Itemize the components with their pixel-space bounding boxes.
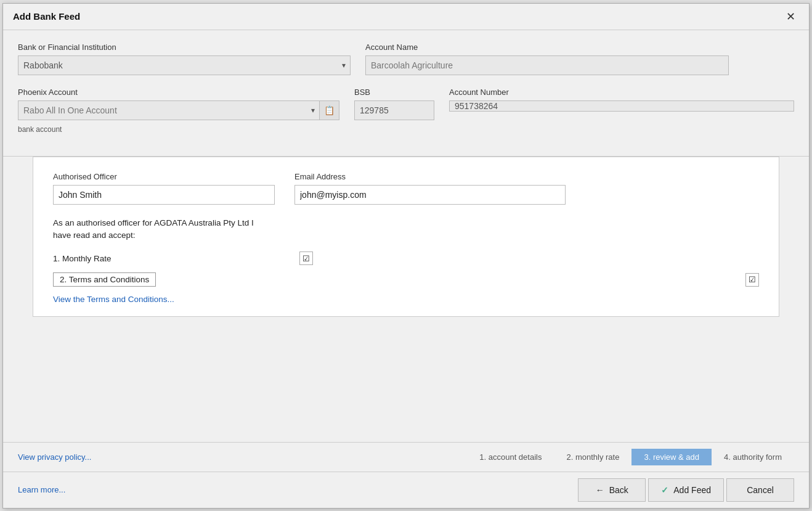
top-section: Bank or Financial Institution Rabobank ▾… (3, 30, 809, 157)
bank-select-wrapper: Rabobank ▾ (18, 55, 351, 75)
phoenix-icon-button[interactable]: 📋 (320, 100, 339, 120)
title-bar: Add Bank Feed ✕ (3, 4, 809, 30)
email-input[interactable] (294, 185, 566, 205)
account-name-input[interactable] (365, 55, 729, 75)
back-button[interactable]: ← Back (578, 478, 646, 502)
step-3[interactable]: 3. review & add (631, 449, 712, 465)
phoenix-bsb-row: Phoenix Account Rabo All In One Account … (18, 88, 794, 134)
step-items: 1. account details 2. monthly rate 3. re… (467, 449, 794, 465)
officer-field: Authorised Officer (53, 172, 275, 205)
bank-field-group: Bank or Financial Institution Rabobank ▾ (18, 43, 351, 75)
back-icon: ← (596, 485, 604, 495)
step-1[interactable]: 1. account details (467, 449, 554, 465)
step-4[interactable]: 4. authority form (712, 449, 794, 465)
monthly-rate-label: 1. Monthly Rate (53, 254, 299, 263)
bottom-bar: Learn more... ← Back ✓ Add Feed Cancel (3, 472, 809, 508)
add-feed-button[interactable]: ✓ Add Feed (648, 478, 724, 502)
terms-checkbox[interactable]: ☑ (745, 273, 759, 287)
monthly-rate-checkbox[interactable]: ☑ (299, 251, 313, 265)
officer-label: Authorised Officer (53, 172, 275, 181)
bank-account-row: Bank or Financial Institution Rabobank ▾… (18, 43, 794, 75)
view-terms-wrapper: View the Terms and Conditions... (53, 294, 759, 304)
step-bar: View privacy policy... 1. account detail… (3, 442, 809, 472)
monthly-rate-row: 1. Monthly Rate ☑ (53, 251, 759, 265)
main-section: Authorised Officer Email Address As an a… (33, 157, 779, 317)
bank-hint: bank account (18, 125, 339, 134)
bank-label: Bank or Financial Institution (18, 43, 351, 52)
phoenix-label: Phoenix Account (18, 88, 339, 97)
bsb-group: BSB (354, 88, 434, 120)
account-number-group: Account Number (449, 88, 794, 112)
privacy-policy-link[interactable]: View privacy policy... (18, 452, 91, 462)
learn-more-link[interactable]: Learn more... (18, 485, 65, 494)
account-name-label: Account Name (365, 43, 729, 52)
account-number-label: Account Number (449, 88, 794, 97)
phoenix-select[interactable]: Rabo All In One Account (18, 100, 320, 120)
email-field: Email Address (294, 172, 566, 205)
terms-label: 2. Terms and Conditions (53, 272, 156, 287)
consent-text: As an authorised officer for AGDATA Aust… (53, 217, 759, 242)
bank-select[interactable]: Rabobank (18, 55, 351, 75)
consent-line1: As an authorised officer for AGDATA Aust… (53, 218, 254, 227)
close-button[interactable]: ✕ (782, 10, 799, 23)
add-feed-label: Add Feed (673, 485, 711, 495)
account-name-group: Account Name (365, 43, 729, 75)
bsb-input[interactable] (354, 100, 434, 120)
terms-row: 2. Terms and Conditions ☑ (53, 272, 759, 287)
phoenix-select-wrapper: Rabo All In One Account ▾ (18, 100, 320, 120)
phoenix-book-icon: 📋 (324, 105, 335, 115)
cancel-label: Cancel (747, 485, 774, 495)
add-bank-feed-dialog: Add Bank Feed ✕ Bank or Financial Instit… (2, 3, 810, 509)
step-2[interactable]: 2. monthly rate (554, 449, 631, 465)
officer-input[interactable] (53, 185, 275, 205)
action-buttons: ← Back ✓ Add Feed Cancel (578, 478, 794, 502)
consent-line2: have read and accept: (53, 231, 136, 240)
officer-email-row: Authorised Officer Email Address (53, 172, 759, 205)
bsb-label: BSB (354, 88, 434, 97)
email-label: Email Address (294, 172, 566, 181)
view-terms-link[interactable]: View the Terms and Conditions... (53, 295, 174, 304)
add-feed-check-icon: ✓ (661, 485, 668, 495)
phoenix-group: Phoenix Account Rabo All In One Account … (18, 88, 339, 134)
cancel-button[interactable]: Cancel (726, 478, 794, 502)
account-number-input[interactable] (449, 100, 794, 112)
phoenix-select-row: Rabo All In One Account ▾ 📋 (18, 100, 339, 120)
dialog-title: Add Bank Feed (13, 11, 80, 22)
back-label: Back (609, 485, 628, 495)
main-section-wrapper: Authorised Officer Email Address As an a… (3, 157, 809, 442)
